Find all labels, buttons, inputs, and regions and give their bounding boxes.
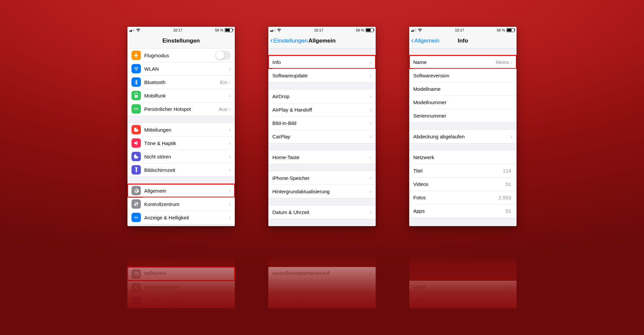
chevron-right-icon: ›	[511, 59, 513, 65]
list-item[interactable]: Modellname	[409, 82, 517, 95]
chevron-left-icon: ‹	[411, 37, 414, 44]
item-label: Datum & Uhrzeit	[272, 209, 370, 215]
item-label: Titel	[413, 168, 503, 174]
signal-bars-icon	[411, 28, 416, 32]
chevron-right-icon: ›	[229, 167, 231, 173]
item-label: Persönlicher Hotspot	[144, 106, 219, 112]
display-icon: AA	[131, 213, 141, 222]
item-label: Info	[272, 59, 370, 65]
nav-bar: Einstellungen	[127, 34, 235, 49]
list-item[interactable]: Softwareversion	[409, 69, 517, 82]
list-item[interactable]: Mitteilungen›	[127, 123, 235, 136]
item-label: Abdeckung abgelaufen	[413, 134, 511, 139]
list-item[interactable]: Apps51	[409, 204, 517, 217]
list-item[interactable]: Kontrollzentrum›	[127, 197, 235, 211]
reflection: Datum & Uhrzeit›Hintergrundaktualisierun…	[268, 255, 376, 308]
list-item[interactable]: BluetoothEin›	[127, 75, 235, 89]
list-item[interactable]: Flugmodus	[127, 49, 235, 62]
item-label: Hintergrundaktualisierung	[272, 189, 370, 194]
screentime-icon	[131, 165, 141, 175]
list-item[interactable]: Nicht stören›	[127, 150, 235, 163]
battery-icon	[506, 28, 515, 32]
list-item[interactable]: Netzwerk	[409, 150, 517, 164]
item-label: Seriennummer	[413, 113, 513, 119]
list-item[interactable]: Hintergrundaktualisierung›	[268, 185, 376, 198]
wifi-icon	[131, 64, 141, 73]
chevron-right-icon: ›	[229, 79, 231, 85]
list-item[interactable]: AirDrop›	[268, 89, 376, 103]
item-label: Töne & Haptik	[144, 140, 229, 146]
list-item[interactable]: Datum & Uhrzeit›	[268, 205, 376, 219]
nav-title: Info	[458, 38, 468, 44]
airplane-icon	[131, 51, 141, 60]
list-item[interactable]: WLAN›	[127, 62, 235, 75]
reflection: Apps51Fotos2.553	[409, 255, 517, 308]
item-value: Aus	[219, 106, 227, 112]
item-label: Videos	[413, 181, 505, 187]
chevron-right-icon: ›	[229, 140, 231, 146]
list-item[interactable]: iPhone-Speicher›	[268, 171, 376, 185]
item-label: Flugmodus	[144, 53, 215, 58]
nav-title: Allgemein	[308, 38, 335, 44]
item-label: Anzeige & Helligkeit	[144, 215, 229, 220]
status-time: 10:17	[455, 28, 464, 32]
bluetooth-icon	[131, 77, 141, 87]
chevron-right-icon: ›	[229, 214, 231, 220]
item-value: 114	[503, 168, 511, 174]
chevron-right-icon: ›	[229, 106, 231, 112]
item-label: Name	[413, 59, 496, 65]
item-label: Netzwerk	[413, 154, 513, 160]
item-label: Home-Taste	[272, 154, 370, 160]
back-label: Allgemein	[414, 38, 439, 44]
hotspot-icon	[131, 104, 141, 114]
list-item[interactable]: Home-Taste›	[268, 150, 376, 164]
list-item[interactable]: Fotos2.553	[409, 191, 517, 204]
phone-settings: 10:17 58 % Einstellungen FlugmodusWLAN›B…	[127, 27, 235, 226]
item-label: Softwareupdate	[272, 73, 370, 78]
item-label: Bild-in-Bild	[272, 120, 370, 126]
chevron-right-icon: ›	[511, 133, 513, 139]
list-item[interactable]: Allgemein›	[127, 184, 235, 197]
svg-point-1	[137, 127, 139, 129]
list-item[interactable]: Seriennummer	[409, 109, 517, 122]
chevron-right-icon: ›	[229, 127, 231, 133]
item-value: Meins	[496, 59, 509, 65]
list-item[interactable]: Videos51	[409, 177, 517, 191]
list-item[interactable]: Mobilfunk›	[127, 89, 235, 102]
notifications-icon	[131, 125, 141, 134]
svg-text:AA: AA	[134, 216, 138, 219]
list-item[interactable]: NameMeins›	[409, 55, 517, 69]
chevron-right-icon: ›	[229, 188, 231, 194]
item-label: Mitteilungen	[144, 127, 229, 133]
list-item[interactable]: Persönlicher HotspotAus›	[127, 102, 235, 116]
status-bar: 10:17 58 %	[268, 27, 376, 34]
list-item[interactable]: Modellnummer	[409, 95, 517, 109]
list-item[interactable]: Bildschirmzeit›	[127, 163, 235, 177]
list-item[interactable]: Bild-in-Bild›	[268, 116, 376, 130]
chevron-right-icon: ›	[370, 93, 372, 99]
wifi-icon	[136, 28, 141, 32]
back-button[interactable]: ‹ Allgemein	[411, 34, 439, 48]
info-list[interactable]: NameMeins›SoftwareversionModellnameModel…	[409, 48, 517, 226]
list-item[interactable]: AirPlay & Handoff›	[268, 103, 376, 116]
item-label: Kontrollzentrum	[144, 201, 229, 207]
list-item[interactable]: Softwareupdate›	[268, 69, 376, 82]
nav-bar: ‹ Einstellungen Allgemein	[268, 34, 376, 49]
back-button[interactable]: ‹ Einstellungen	[270, 34, 308, 48]
list-item[interactable]: CarPlay›	[268, 130, 376, 143]
list-item[interactable]: Abdeckung abgelaufen›	[409, 130, 517, 143]
nav-title: Einstellungen	[162, 38, 200, 44]
item-value: 51	[505, 208, 511, 214]
general-list[interactable]: Info›Softwareupdate›AirDrop›AirPlay & Ha…	[268, 48, 376, 226]
item-label: iPhone-Speicher	[272, 175, 370, 181]
item-label: Bildschirmzeit	[144, 167, 229, 173]
list-item[interactable]: AAAnzeige & Helligkeit›	[127, 211, 235, 224]
control-icon	[131, 199, 141, 209]
list-item[interactable]: Töne & Haptik›	[127, 136, 235, 150]
battery-icon	[225, 28, 233, 32]
toggle-switch[interactable]	[215, 51, 231, 60]
chevron-right-icon: ›	[370, 133, 372, 139]
list-item[interactable]: Titel114	[409, 164, 517, 177]
settings-list[interactable]: FlugmodusWLAN›BluetoothEin›Mobilfunk›Per…	[127, 48, 235, 226]
list-item[interactable]: Info›	[268, 55, 376, 69]
